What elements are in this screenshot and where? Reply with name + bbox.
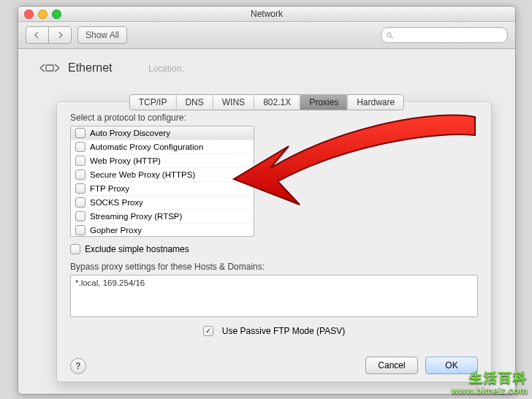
exclude-row[interactable]: Exclude simple hostnames (70, 244, 478, 254)
protocol-label: Auto Proxy Discovery (90, 129, 170, 137)
proxies-sheet: Select a protocol to configure: Auto Pro… (56, 102, 492, 382)
protocol-label: Automatic Proxy Configuration (90, 142, 203, 151)
chevron-left-icon (34, 31, 41, 39)
protocol-checkbox[interactable] (75, 156, 86, 166)
traffic-lights (24, 10, 61, 19)
protocol-item[interactable]: Automatic Proxy Configuration (71, 140, 254, 154)
bypass-field[interactable]: *.local, 169.254/16 (70, 275, 478, 317)
network-window: Network Show All Location: Status: Conne… (18, 6, 516, 395)
protocol-item[interactable]: Gopher Proxy (71, 224, 254, 237)
bypass-value: *.local, 169.254/16 (75, 278, 145, 287)
svg-point-0 (387, 32, 392, 37)
svg-rect-2 (46, 65, 53, 71)
help-button[interactable]: ? (70, 358, 86, 374)
svg-line-1 (391, 36, 393, 38)
protocol-label: Gopher Proxy (90, 226, 142, 235)
minimize-icon[interactable] (38, 10, 48, 19)
cancel-button[interactable]: Cancel (365, 357, 418, 374)
protocol-label: Secure Web Proxy (HTTPS) (90, 170, 195, 179)
pasv-row[interactable]: Use Passive FTP Mode (PASV) (70, 326, 478, 336)
tab-802-1x[interactable]: 802.1X (254, 95, 300, 110)
window-body: Location: Status: Connected Ethernet is … (18, 49, 515, 395)
search-field[interactable] (381, 27, 508, 43)
pasv-label: Use Passive FTP Mode (PASV) (222, 326, 345, 336)
select-protocol-label: Select a protocol to configure: (70, 113, 478, 123)
titlebar: Network (18, 7, 515, 22)
protocol-label: SOCKS Proxy (90, 198, 143, 207)
protocol-checkbox[interactable] (75, 225, 86, 235)
back-button[interactable] (26, 26, 48, 44)
protocol-label: Web Proxy (HTTP) (90, 156, 161, 165)
tab-wins[interactable]: WINS (213, 95, 254, 110)
search-icon (386, 31, 394, 39)
show-all-button[interactable]: Show All (77, 26, 127, 44)
protocol-item[interactable]: SOCKS Proxy (71, 196, 254, 210)
protocol-label: Streaming Proxy (RTSP) (90, 212, 182, 221)
watermark-cn: 生活百科 (452, 371, 528, 384)
zoom-icon[interactable] (52, 10, 61, 19)
protocol-item[interactable]: Streaming Proxy (RTSP) (71, 210, 254, 224)
page-title: Ethernet (68, 61, 112, 75)
protocol-checkbox[interactable] (75, 142, 86, 152)
bypass-label: Bypass proxy settings for these Hosts & … (70, 262, 478, 272)
tabs: TCP/IPDNSWINS802.1XProxiesHardware (129, 94, 404, 110)
toolbar: Show All (18, 22, 515, 49)
header-row: Ethernet (37, 59, 501, 77)
forward-button[interactable] (48, 26, 72, 44)
window-title: Network (251, 9, 283, 19)
protocol-item[interactable]: Auto Proxy Discovery (71, 126, 254, 140)
protocol-item[interactable]: Web Proxy (HTTP) (71, 154, 254, 168)
protocol-list[interactable]: Auto Proxy DiscoveryAutomatic Proxy Conf… (70, 126, 254, 237)
protocol-item[interactable]: Secure Web Proxy (HTTPS) (71, 168, 254, 182)
tab-dns[interactable]: DNS (176, 95, 213, 110)
protocol-checkbox[interactable] (75, 128, 86, 138)
protocol-checkbox[interactable] (75, 197, 86, 208)
protocol-checkbox[interactable] (75, 170, 86, 180)
close-icon[interactable] (24, 10, 34, 19)
watermark: 生活百科 www.bimeiz.com (452, 371, 528, 398)
tab-proxies[interactable]: Proxies (300, 95, 348, 110)
pasv-checkbox[interactable] (203, 326, 213, 336)
tab-hardware[interactable]: Hardware (348, 95, 403, 110)
chevron-right-icon (56, 31, 64, 39)
exclude-label: Exclude simple hostnames (85, 244, 189, 254)
tab-tcp-ip[interactable]: TCP/IP (130, 95, 177, 110)
protocol-checkbox[interactable] (75, 183, 86, 194)
exclude-checkbox[interactable] (70, 244, 80, 254)
ethernet-icon (37, 59, 62, 77)
protocol-item[interactable]: FTP Proxy (71, 182, 254, 196)
watermark-url: www.bimeiz.com (452, 384, 528, 398)
protocol-label: FTP Proxy (90, 184, 129, 193)
nav-back-forward (26, 26, 72, 44)
protocol-checkbox[interactable] (75, 211, 86, 221)
